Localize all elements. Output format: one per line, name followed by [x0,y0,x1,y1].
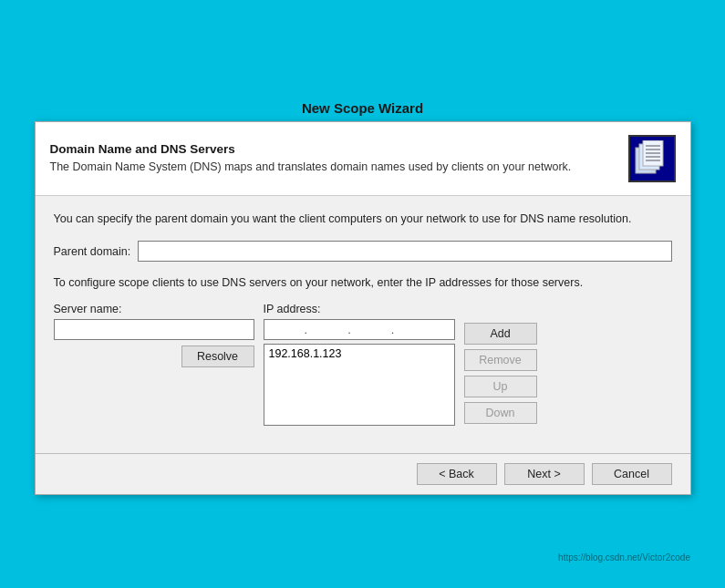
parent-domain-row: Parent domain: [54,241,672,262]
dns-section: Server name: Resolve IP address: . . [54,303,672,426]
resolve-button[interactable]: Resolve [181,346,254,367]
ip-octet-2[interactable] [307,320,347,339]
cancel-button[interactable]: Cancel [592,463,672,485]
back-button[interactable]: < Back [417,463,497,485]
remove-button[interactable]: Remove [464,349,537,371]
server-name-label: Server name: [54,303,254,315]
dns-servers-desc: To configure scope clients to use DNS se… [54,274,672,292]
down-button[interactable]: Down [464,402,537,424]
header-description: The Domain Name System (DNS) maps and tr… [50,160,616,176]
resolve-btn-row: Resolve [54,346,254,367]
header-icon [628,135,676,182]
ip-octet-1[interactable] [264,320,305,339]
ip-address-label: IP address: [264,303,455,315]
up-button[interactable]: Up [464,376,537,397]
dialog-body: You can specify the parent domain you wa… [36,196,690,440]
side-buttons-col: Add Remove Up Down [464,323,537,424]
parent-domain-desc: You can specify the parent domain you wa… [54,211,672,228]
parent-domain-label: Parent domain: [54,245,131,258]
dialog-header: Domain Name and DNS Servers The Domain N… [36,122,690,196]
header-title: Domain Name and DNS Servers [50,142,616,156]
dialog: Domain Name and DNS Servers The Domain N… [35,121,691,495]
list-item[interactable]: 192.168.1.123 [266,346,452,361]
ip-octet-4[interactable] [394,320,434,339]
title-text: New Scope Wizard [302,100,423,116]
ip-list[interactable]: 192.168.1.123 [264,344,455,426]
server-name-input[interactable] [54,319,254,340]
server-name-col: Server name: Resolve [54,303,254,367]
next-button[interactable]: Next > [504,463,585,485]
dns-icon [634,140,670,177]
title-bar: New Scope Wizard [0,93,725,121]
header-text-block: Domain Name and DNS Servers The Domain N… [50,142,616,176]
ip-octet-3[interactable] [351,320,391,339]
parent-domain-input[interactable] [138,241,671,262]
watermark: https://blog.csdn.net/Victor2code [558,552,690,562]
dialog-footer: < Back Next > Cancel [36,454,690,494]
ip-input-row: . . . [264,319,455,340]
add-button[interactable]: Add [464,323,537,345]
ip-address-col: IP address: . . . 192.168.1.123 [264,303,455,426]
